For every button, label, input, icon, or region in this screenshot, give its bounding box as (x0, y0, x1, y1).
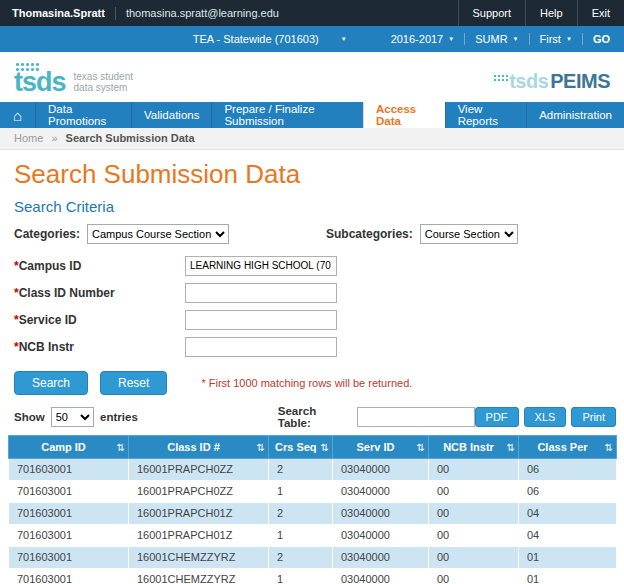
breadcrumb: Home » Search Submission Data (0, 128, 624, 150)
sort-icon[interactable]: ⇅ (257, 441, 265, 452)
nav-prepare-finalize-submission[interactable]: Prepare / Finalize Submission (211, 102, 363, 128)
go-button[interactable]: GO (583, 33, 610, 45)
search-table-input[interactable] (357, 407, 475, 427)
column-header-class-per[interactable]: Class Per⇅ (519, 435, 617, 458)
category-row: Categories: Campus Course Section Subcat… (14, 224, 610, 244)
support-link[interactable]: Support (458, 0, 526, 26)
year-selector[interactable]: 2016-2017 ▼ (381, 33, 465, 45)
sort-icon[interactable]: ⇅ (605, 441, 613, 452)
categories-label: Categories: (14, 227, 80, 241)
exit-link[interactable]: Exit (577, 0, 624, 26)
sort-icon[interactable]: ⇅ (507, 441, 515, 452)
table-cell: 01 (519, 546, 617, 568)
actions-row: Search Reset * First 1000 matching rows … (14, 371, 610, 395)
table-cell: 01 (519, 568, 617, 584)
breadcrumb-separator: » (51, 132, 57, 144)
results-table-body: 70160300116001PRAPCH0ZZ20304000000067016… (9, 458, 617, 584)
results-limit-note: * First 1000 matching rows will be retur… (201, 377, 412, 389)
column-header-camp-id[interactable]: Camp ID⇅ (9, 435, 129, 458)
help-link[interactable]: Help (525, 0, 577, 26)
table-cell: 03040000 (333, 502, 429, 524)
subcategories-select[interactable]: Course Section (420, 224, 518, 244)
print-button[interactable]: Print (571, 407, 616, 427)
subcategories-label: Subcategories: (326, 227, 413, 241)
sort-icon[interactable]: ⇅ (417, 441, 425, 452)
table-row[interactable]: 70160300116001CHEMZZYRZ1030400000001 (9, 568, 617, 584)
class-id-number-label: *Class ID Number (14, 286, 185, 300)
column-header-label: Camp ID (41, 441, 86, 453)
user-bar: Thomasina.Spratt thomasina.spratt@learni… (0, 0, 624, 26)
table-cell: 00 (429, 502, 519, 524)
product-name: PEIMS (550, 70, 610, 92)
organization-selector[interactable]: TEA - Statewide (701603) ▼ (193, 33, 347, 45)
section-title: Search Criteria (14, 198, 610, 215)
table-row[interactable]: 70160300116001PRAPCH01Z1030400000004 (9, 524, 617, 546)
column-header-crs-seq[interactable]: Crs Seq⇅ (269, 435, 333, 458)
nav-administration[interactable]: Administration (526, 102, 624, 128)
table-cell: 16001PRAPCH01Z (129, 524, 269, 546)
table-row[interactable]: 70160300116001PRAPCH0ZZ2030400000006 (9, 458, 617, 480)
column-header-label: Crs Seq (275, 441, 317, 453)
table-row[interactable]: 70160300116001CHEMZZYRZ2030400000001 (9, 546, 617, 568)
username: Thomasina.Spratt (12, 7, 105, 19)
entries-label: entries (100, 411, 138, 423)
search-button[interactable]: Search (14, 371, 88, 395)
table-cell: 03040000 (333, 458, 429, 480)
pdf-button[interactable]: PDF (475, 407, 519, 427)
ncb-instr-input[interactable] (185, 337, 337, 357)
column-header-class-id[interactable]: Class ID #⇅ (129, 435, 269, 458)
page-size-select[interactable]: 50 (51, 407, 94, 427)
column-header-label: Serv ID (357, 441, 395, 453)
logo-tagline-line1: texas student (74, 71, 133, 82)
submission-selector[interactable]: First ▼ (530, 33, 582, 45)
nav-view-reports[interactable]: View Reports (445, 102, 526, 128)
sort-icon[interactable]: ⇅ (321, 441, 329, 452)
table-row[interactable]: 70160300116001PRAPCH01Z2030400000004 (9, 502, 617, 524)
table-cell: 2 (269, 502, 333, 524)
column-header-label: NCB Instr (443, 441, 494, 453)
campus-id-input[interactable] (185, 256, 337, 276)
xls-button[interactable]: XLS (524, 407, 567, 427)
service-id-row: *Service ID (14, 310, 610, 330)
campus-id-row: *Campus ID (14, 256, 610, 276)
service-id-input[interactable] (185, 310, 337, 330)
home-icon[interactable]: ⌂ (0, 102, 35, 128)
user-email: thomasina.spratt@learning.edu (126, 7, 279, 19)
column-header-serv-id[interactable]: Serv ID⇅ (333, 435, 429, 458)
app-header: tsds texas student data system tsdsPEIMS (0, 52, 624, 102)
column-header-label: Class ID # (167, 441, 220, 453)
logo-tagline-line2: data system (74, 82, 128, 93)
table-cell: 1 (269, 480, 333, 502)
campus-id-label: *Campus ID (14, 259, 185, 273)
context-bar: TEA - Statewide (701603) ▼ 2016-2017 ▼ S… (0, 26, 624, 52)
nav-validations[interactable]: Validations (131, 102, 211, 128)
breadcrumb-home-link[interactable]: Home (14, 132, 43, 144)
table-row[interactable]: 70160300116001PRAPCH0ZZ1030400000006 (9, 480, 617, 502)
reset-button[interactable]: Reset (100, 371, 167, 395)
results-table: Camp ID⇅ Class ID #⇅ Crs Seq⇅ Serv ID⇅ N… (8, 435, 617, 584)
nav-access-data[interactable]: Access Data (363, 102, 445, 128)
logo-dots-icon (493, 74, 508, 82)
nav-data-promotions[interactable]: Data Promotions (35, 102, 131, 128)
sort-icon[interactable]: ⇅ (117, 441, 125, 452)
categories-select[interactable]: Campus Course Section (87, 224, 229, 244)
table-cell: 00 (429, 568, 519, 584)
collection-selector[interactable]: SUMR ▼ (465, 33, 528, 45)
table-cell: 03040000 (333, 546, 429, 568)
logo-dots-icon (15, 62, 41, 72)
table-controls: Show 50 entries Search Table: PDF XLS Pr… (14, 405, 616, 429)
logo-text: tsds (14, 69, 66, 96)
table-cell: 00 (429, 458, 519, 480)
class-id-number-input[interactable] (185, 283, 337, 303)
table-cell: 06 (519, 480, 617, 502)
table-cell: 16001PRAPCH01Z (129, 502, 269, 524)
table-cell: 701603001 (9, 502, 129, 524)
table-cell: 16001CHEMZZYRZ (129, 546, 269, 568)
ncb-instr-label: *NCB Instr (14, 340, 185, 354)
table-cell: 16001CHEMZZYRZ (129, 568, 269, 584)
field-label-text: NCB Instr (19, 340, 74, 354)
table-cell: 06 (519, 458, 617, 480)
column-header-ncb-instr[interactable]: NCB Instr⇅ (429, 435, 519, 458)
table-cell: 1 (269, 524, 333, 546)
export-buttons: PDF XLS Print (475, 407, 616, 427)
